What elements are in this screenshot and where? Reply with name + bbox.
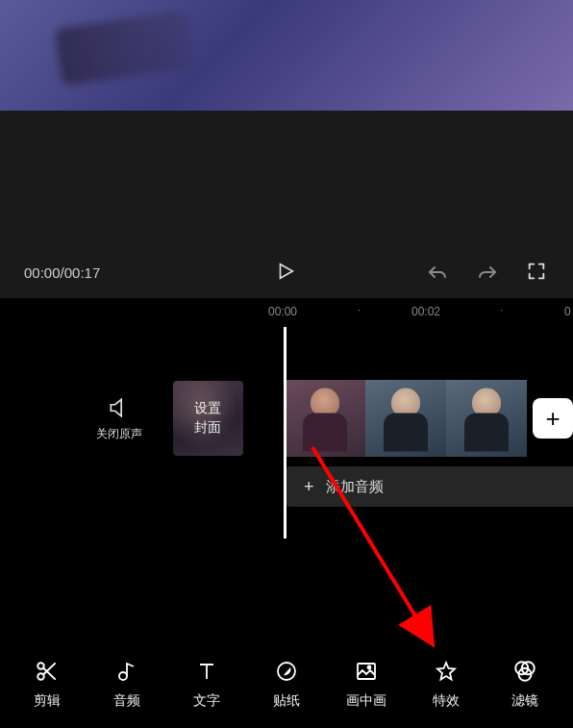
bottom-toolbar: 剪辑 音频 文字 贴纸 画中画	[0, 640, 573, 728]
undo-button[interactable]	[426, 261, 449, 284]
fullscreen-icon	[526, 261, 547, 282]
tool-label: 滤镜	[511, 692, 538, 710]
tool-audio[interactable]: 音频	[93, 659, 161, 710]
music-note-icon	[114, 659, 139, 684]
tool-label: 文字	[193, 692, 220, 710]
tool-effect[interactable]: 特效	[412, 659, 480, 710]
fullscreen-button[interactable]	[526, 261, 549, 284]
speaker-icon	[107, 395, 132, 420]
filter-rings-icon	[512, 659, 537, 684]
mute-original-button[interactable]: 关闭原声	[82, 395, 157, 442]
svg-rect-5	[358, 664, 375, 679]
redo-button[interactable]	[476, 261, 499, 284]
cover-label-line1: 设置	[194, 400, 221, 417]
timeline-ruler[interactable]: 00:00 · 00:02 · 0	[0, 298, 573, 327]
tool-label: 画中画	[346, 692, 386, 710]
plus-icon: +	[304, 477, 314, 497]
clip-frame[interactable]	[365, 380, 446, 457]
clip-frame[interactable]	[285, 380, 365, 457]
tool-label: 贴纸	[273, 692, 300, 710]
set-cover-button[interactable]: 设置 封面	[173, 381, 243, 456]
sticker-icon	[274, 659, 299, 684]
scissors-icon	[35, 659, 60, 684]
cover-label-line2: 封面	[194, 419, 221, 437]
svg-point-4	[278, 663, 295, 680]
text-icon	[194, 659, 219, 684]
ruler-mark: 00:02	[411, 305, 440, 318]
star-icon	[434, 659, 459, 684]
timeline-area[interactable]: 关闭原声 设置 封面 + + 添加音频	[0, 327, 573, 640]
ruler-dot: ·	[500, 305, 503, 315]
play-icon	[275, 261, 296, 282]
video-preview[interactable]	[0, 0, 573, 111]
svg-point-1	[38, 663, 45, 669]
time-display: 00:00/00:17	[24, 264, 100, 281]
mute-label: 关闭原声	[96, 426, 142, 442]
tool-sticker[interactable]: 贴纸	[253, 659, 320, 710]
add-audio-label: 添加音频	[326, 478, 384, 496]
ruler-dot: ·	[358, 305, 361, 315]
ruler-mark: 00:00	[268, 305, 297, 318]
redo-icon	[476, 261, 499, 284]
ruler-mark: 0	[564, 305, 571, 318]
clip-strip[interactable]: +	[285, 380, 573, 457]
tool-label: 剪辑	[34, 692, 61, 710]
tool-pip[interactable]: 画中画	[333, 659, 400, 710]
playhead[interactable]	[284, 327, 286, 539]
add-audio-track[interactable]: + 添加音频	[286, 466, 573, 507]
video-track: 关闭原声 设置 封面 +	[0, 380, 573, 457]
tool-edit[interactable]: 剪辑	[13, 659, 81, 710]
play-button[interactable]	[275, 261, 298, 284]
player-controls-area: 00:00/00:17	[0, 111, 573, 298]
add-clip-button[interactable]: +	[533, 398, 573, 439]
clip-frame[interactable]	[446, 380, 527, 457]
svg-point-6	[367, 665, 370, 668]
tool-filter[interactable]: 滤镜	[491, 659, 559, 710]
picture-in-picture-icon	[354, 659, 379, 684]
svg-point-3	[119, 672, 127, 680]
tool-label: 音频	[113, 692, 140, 710]
tool-text[interactable]: 文字	[173, 659, 240, 710]
undo-icon	[426, 261, 449, 284]
tool-label: 特效	[433, 692, 460, 710]
svg-point-2	[38, 673, 45, 680]
